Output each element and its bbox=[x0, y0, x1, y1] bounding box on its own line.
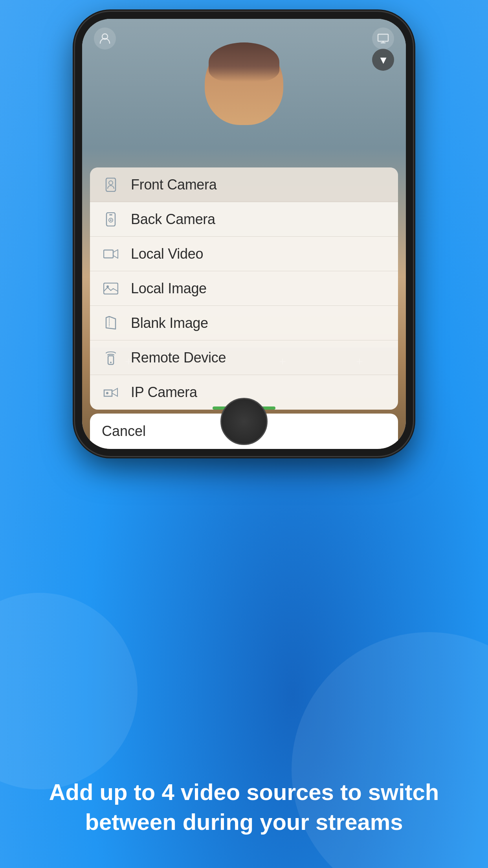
svg-rect-8 bbox=[104, 250, 113, 258]
app-top-bar bbox=[82, 19, 406, 50]
blank-image-icon bbox=[102, 314, 120, 332]
svg-rect-1 bbox=[378, 34, 388, 41]
local-image-label: Local Image bbox=[131, 280, 207, 297]
local-image-icon bbox=[102, 280, 120, 298]
action-item-remote-device[interactable]: Remote Device bbox=[90, 340, 398, 375]
svg-point-3 bbox=[109, 181, 113, 185]
action-item-back-camera[interactable]: Back Camera bbox=[90, 202, 398, 237]
action-item-blank-image[interactable]: Blank Image bbox=[90, 306, 398, 340]
svg-point-13 bbox=[106, 392, 108, 394]
action-item-local-image[interactable]: Local Image bbox=[90, 271, 398, 306]
phone-device: ▾ ＋ ＋ ＋ ＋ bbox=[75, 12, 413, 456]
bottom-text-line1: Add up to 4 video sources to switch bbox=[49, 779, 439, 805]
home-button[interactable] bbox=[220, 398, 268, 445]
user-icon-button[interactable] bbox=[94, 28, 116, 50]
action-item-local-video[interactable]: Local Video bbox=[90, 237, 398, 271]
svg-rect-7 bbox=[109, 214, 112, 215]
front-camera-label: Front Camera bbox=[131, 177, 216, 193]
remote-device-label: Remote Device bbox=[131, 349, 226, 366]
front-camera-icon bbox=[102, 176, 120, 194]
screen-icon-button[interactable] bbox=[372, 28, 394, 50]
action-item-front-camera[interactable]: Front Camera bbox=[90, 167, 398, 202]
back-camera-label: Back Camera bbox=[131, 211, 215, 228]
back-camera-icon bbox=[102, 210, 120, 228]
dropdown-button[interactable]: ▾ bbox=[372, 49, 394, 71]
svg-point-6 bbox=[110, 219, 112, 221]
remote-device-icon bbox=[102, 349, 120, 367]
phone-screen: ▾ ＋ ＋ ＋ ＋ bbox=[82, 19, 406, 449]
bottom-text-line2: between during your streams bbox=[85, 809, 403, 835]
cancel-label: Cancel bbox=[102, 423, 146, 440]
person-head bbox=[205, 42, 283, 125]
action-sheet: Front Camera Back Camera bbox=[90, 167, 398, 410]
local-video-label: Local Video bbox=[131, 246, 203, 262]
phone-wrapper: ▾ ＋ ＋ ＋ ＋ bbox=[75, 12, 413, 456]
local-video-icon bbox=[102, 245, 120, 263]
svg-rect-9 bbox=[104, 283, 118, 294]
bottom-text-content: Add up to 4 video sources to switch betw… bbox=[47, 777, 441, 837]
svg-point-12 bbox=[110, 362, 112, 363]
ip-camera-label: IP Camera bbox=[131, 384, 197, 401]
bottom-text-block: Add up to 4 video sources to switch betw… bbox=[0, 777, 488, 837]
blank-image-label: Blank Image bbox=[131, 315, 208, 331]
ip-camera-icon bbox=[102, 383, 120, 401]
